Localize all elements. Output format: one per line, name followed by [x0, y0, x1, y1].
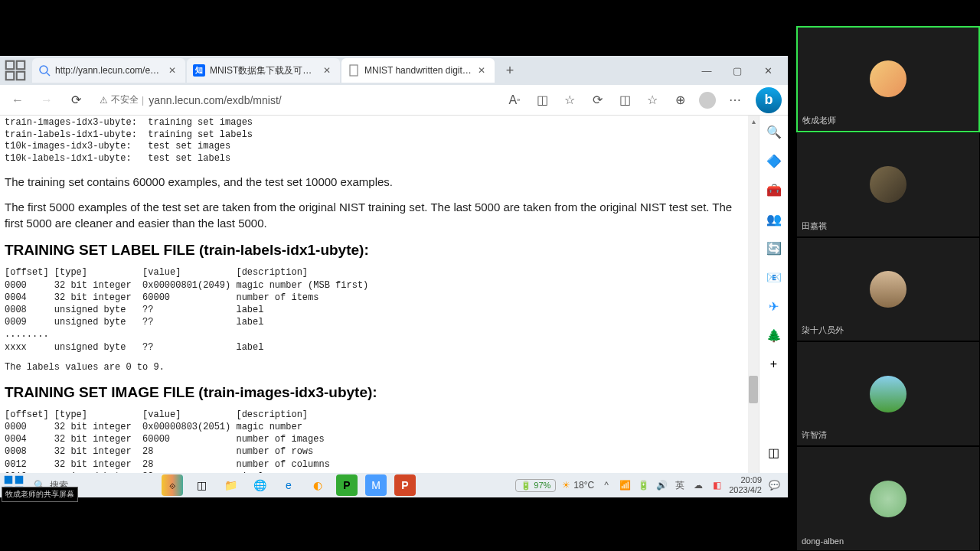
browser-window: http://yann.lecun.com/exdb/mn ✕ 知 MNIST数…: [0, 56, 788, 497]
taskbar-app-ppt[interactable]: P: [394, 474, 416, 496]
svg-rect-8: [15, 476, 24, 484]
bing-chat-button[interactable]: b: [756, 87, 782, 113]
sidebar-shopping-icon[interactable]: 🔷: [766, 152, 782, 169]
vertical-scrollbar[interactable]: ▴ ▾: [748, 116, 759, 497]
weather-widget[interactable]: ☀ 18°C: [562, 480, 594, 491]
tray-sync-icon[interactable]: ☁: [692, 479, 704, 491]
taskbar-app-browser3[interactable]: ◐: [307, 474, 328, 496]
taskbar-app-pycharm[interactable]: P: [336, 474, 358, 496]
participant-name: 田嘉祺: [802, 220, 827, 232]
profile-button[interactable]: [697, 90, 717, 110]
sidebar-send-icon[interactable]: ✈: [766, 298, 782, 315]
avatar: [870, 481, 906, 517]
taskbar-clock[interactable]: 20:09 2023/4/2: [729, 475, 762, 495]
participant-name: 许智清: [802, 429, 827, 441]
browser-tab-1[interactable]: 知 MNIST数据集下载及可视化 - 知 ✕: [187, 58, 340, 83]
scroll-up-icon[interactable]: ▴: [748, 116, 759, 126]
participant-tile[interactable]: dong-alben: [796, 446, 980, 551]
url-field[interactable]: ⚠ 不安全 | yann.lecun.com/exdb/mnist/: [93, 89, 498, 112]
sidebar-add-icon[interactable]: +: [766, 356, 782, 373]
translate-button[interactable]: ◫: [532, 90, 552, 110]
svg-rect-1: [17, 61, 25, 70]
favorites-bar-button[interactable]: ☆: [642, 90, 662, 110]
minimize-button[interactable]: —: [691, 59, 722, 82]
menu-button[interactable]: ⋯: [725, 90, 745, 110]
collections-button[interactable]: ⊕: [670, 90, 690, 110]
url-text: yann.lecun.com/exdb/mnist/: [149, 94, 282, 106]
edge-sidebar: 🔍 🔷 🧰 👥 🔄 📧 ✈ 🌲 + ◫ ⚙: [759, 116, 788, 497]
sidebar-collapse-icon[interactable]: ◫: [766, 444, 782, 461]
close-window-button[interactable]: ✕: [753, 59, 783, 82]
browser-tab-2[interactable]: MNIST handwritten digit databa ✕: [341, 58, 495, 83]
svg-rect-0: [6, 61, 15, 70]
taskbar-app-meet[interactable]: M: [365, 474, 387, 496]
file-list: train-images-idx3-ubyte: training set im…: [5, 117, 750, 165]
sidebar-office-icon[interactable]: 🔄: [766, 240, 782, 256]
taskbar-app-browser2[interactable]: e: [278, 474, 299, 496]
tray-battery-icon[interactable]: 🔋: [637, 479, 649, 491]
windows-taskbar: 🔍 搜索 ⟐ ◫ 📁 🌐 e ◐ P M P 🔋 97% ☀ 18°C ^ 📶 …: [0, 473, 788, 497]
tab-title: http://yann.lecun.com/exdb/mn: [55, 65, 164, 76]
taskbar-app-1[interactable]: ⟐: [162, 474, 183, 496]
favorite-button[interactable]: ☆: [560, 90, 580, 110]
paragraph: The first 5000 examples of the test set …: [5, 199, 750, 231]
notifications-button[interactable]: 💬: [768, 479, 780, 491]
share-indicator: 牧成老师的共享屏幕: [2, 487, 78, 502]
sidebar-search-icon[interactable]: 🔍: [766, 123, 782, 140]
participant-name: 牧成老师: [802, 115, 836, 126]
participant-name: 柒十八员外: [802, 324, 844, 336]
reload-button[interactable]: ⟳: [64, 89, 87, 112]
insecure-badge[interactable]: ⚠ 不安全 |: [100, 93, 144, 106]
taskbar-app-explorer[interactable]: 📁: [220, 474, 241, 496]
svg-rect-2: [6, 72, 15, 80]
svg-point-4: [40, 66, 47, 73]
participants-panel: 牧成老师 田嘉祺 柒十八员外 许智清 dong-alben: [796, 26, 980, 551]
sidebar-tree-icon[interactable]: 🌲: [766, 327, 782, 344]
tab-title: MNIST数据集下载及可视化 - 知: [210, 64, 318, 77]
zhihu-icon: 知: [193, 64, 205, 77]
back-button[interactable]: ←: [6, 89, 29, 112]
window-controls: — ▢ ✕: [691, 59, 783, 82]
tab-overview-button[interactable]: [5, 60, 26, 81]
forward-button: →: [35, 89, 58, 112]
paragraph: The training set contains 60000 examples…: [5, 174, 750, 190]
taskbar-app-edge[interactable]: 🌐: [249, 474, 270, 496]
sidebar-tools-icon[interactable]: 🧰: [766, 181, 782, 198]
participant-tile[interactable]: 田嘉祺: [796, 132, 980, 237]
participant-tile[interactable]: 柒十八员外: [796, 237, 980, 342]
new-tab-button[interactable]: +: [499, 60, 521, 81]
browser-tab-0[interactable]: http://yann.lecun.com/exdb/mn ✕: [32, 58, 185, 83]
close-icon[interactable]: ✕: [478, 65, 488, 76]
labels-note: The labels values are 0 to 9.: [5, 361, 750, 373]
tab-title: MNIST handwritten digit databa: [364, 65, 473, 76]
sidebar-games-icon[interactable]: 👥: [766, 210, 782, 227]
battery-indicator[interactable]: 🔋 97%: [515, 479, 556, 492]
close-icon[interactable]: ✕: [168, 65, 179, 76]
tray-wifi-icon[interactable]: 📶: [619, 479, 631, 491]
page-icon: [348, 64, 360, 77]
warning-icon: ⚠: [100, 95, 108, 106]
section-heading: TRAINING SET LABEL FILE (train-labels-id…: [5, 242, 750, 259]
maximize-button[interactable]: ▢: [722, 59, 753, 82]
sync-button[interactable]: ⟳: [587, 90, 607, 110]
tray-chevron-icon[interactable]: ^: [600, 479, 612, 491]
tray-volume-icon[interactable]: 🔊: [655, 479, 668, 491]
taskbar-app-taskview[interactable]: ◫: [191, 474, 212, 496]
sidebar-outlook-icon[interactable]: 📧: [766, 269, 782, 285]
page-content: train-images-idx3-ubyte: training set im…: [0, 116, 788, 497]
avatar: [870, 271, 906, 308]
read-aloud-button[interactable]: A»: [505, 90, 524, 110]
scrollbar-thumb[interactable]: [749, 376, 758, 403]
participant-tile[interactable]: 许智清: [796, 341, 980, 446]
avatar: [870, 166, 906, 203]
sun-icon: ☀: [562, 480, 570, 491]
split-button[interactable]: ◫: [615, 90, 635, 110]
label-file-table: [offset] [type] [value] [description] 00…: [5, 266, 750, 353]
participant-tile[interactable]: 牧成老师: [796, 26, 980, 132]
tray-app-icon[interactable]: ◧: [710, 479, 723, 491]
svg-rect-7: [5, 476, 13, 484]
svg-line-5: [47, 73, 50, 76]
tray-ime-icon[interactable]: 英: [674, 479, 686, 491]
participant-name: dong-alben: [802, 536, 844, 546]
close-icon[interactable]: ✕: [323, 65, 334, 76]
